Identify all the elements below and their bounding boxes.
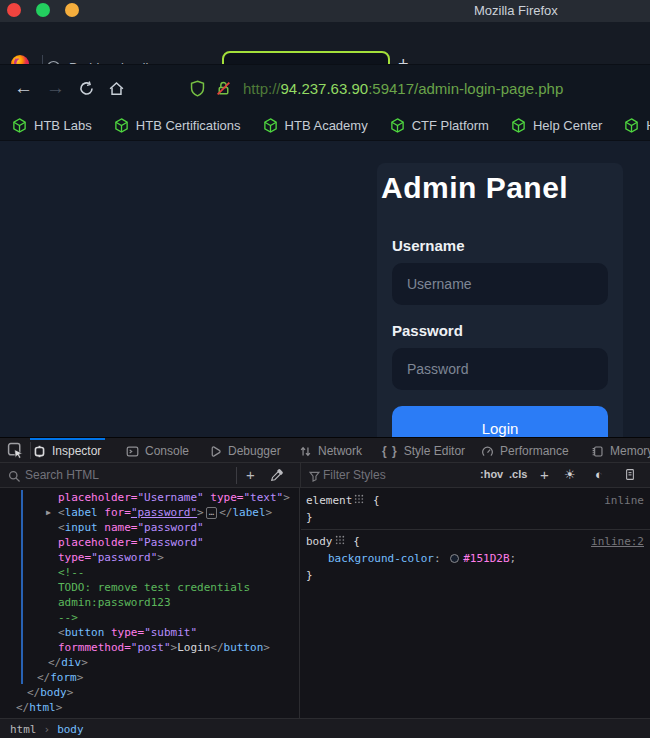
markup-line[interactable]: <!--: [0, 565, 299, 580]
devtools-tab-inspector[interactable]: Inspector: [33, 438, 101, 463]
close-window-button[interactable]: [7, 3, 21, 17]
devtools-tab-style-editor[interactable]: { }Style Editor: [382, 438, 465, 463]
network-icon: [299, 445, 312, 458]
bookmark-item[interactable]: HTB: [624, 118, 650, 133]
selector-highlighter-icon[interactable]: [354, 494, 364, 507]
inspector-markup-view: placeholder="Username" type="text">▶<lab…: [0, 488, 300, 718]
markup-line[interactable]: type="password">: [0, 550, 299, 565]
url-bar[interactable]: http://94.237.63.90:59417/admin-login-pa…: [243, 65, 563, 111]
devtools-tab-console[interactable]: Console: [126, 438, 189, 463]
code-token: </: [16, 701, 29, 714]
add-rule-button[interactable]: +: [540, 466, 549, 483]
print-simulation-icon[interactable]: [624, 468, 636, 483]
bookmark-label: HTB Academy: [285, 118, 368, 133]
markup-line[interactable]: admin:password123: [0, 595, 299, 610]
code-token: >: [56, 701, 63, 714]
breadcrumb-item-body[interactable]: body: [57, 723, 84, 736]
bookmark-item[interactable]: Help Center: [511, 118, 602, 133]
search-html-input[interactable]: Search HTML: [25, 468, 99, 482]
devtools-secondary-toolbar: Search HTML + Filter Styles :hov .cls + …: [0, 463, 650, 488]
filter-funnel-icon: [308, 469, 321, 487]
login-button[interactable]: Login: [392, 406, 608, 437]
code-token: type=: [210, 491, 243, 504]
htb-cube-icon: [12, 118, 27, 133]
devtools-tab-label: Console: [145, 444, 189, 458]
filter-styles-input[interactable]: Filter Styles: [323, 468, 386, 482]
style-editor-icon: { }: [382, 444, 398, 458]
bookmark-item[interactable]: HTB Certifications: [114, 118, 241, 133]
inspector-breadcrumb-bar: html › body: [0, 718, 650, 738]
htb-cube-icon: [390, 118, 405, 133]
code-token: button: [65, 626, 105, 639]
rule-selector-line[interactable]: body {inline:2: [301, 533, 650, 550]
markup-line[interactable]: -->: [0, 610, 299, 625]
bookmark-label: HTB Certifications: [136, 118, 241, 133]
rule-source-link[interactable]: inline: [604, 492, 644, 509]
debugger-icon: [209, 445, 222, 458]
bookmark-item[interactable]: HTB Labs: [12, 118, 92, 133]
toggle-hover-pseudoclass-button[interactable]: :hov: [480, 468, 503, 480]
devtools-tab-label: Network: [318, 444, 362, 458]
color-swatch[interactable]: [450, 554, 459, 563]
bookmark-item[interactable]: CTF Platform: [390, 118, 489, 133]
code-token: name=: [98, 521, 138, 534]
bookmark-item[interactable]: HTB Academy: [263, 118, 368, 133]
markup-line[interactable]: </form>: [0, 670, 299, 685]
markup-line[interactable]: </body>: [0, 685, 299, 700]
htb-cube-icon: [624, 118, 639, 133]
markup-line[interactable]: formmethod="post">Login</button>: [0, 640, 299, 655]
password-label: Password: [392, 322, 608, 339]
markup-line[interactable]: ▶<label for="password">…</label>: [0, 505, 299, 520]
markup-line[interactable]: placeholder="Username" type="text">: [0, 490, 299, 505]
rule-source-link[interactable]: inline:2: [591, 533, 644, 550]
toggle-classes-button[interactable]: .cls: [509, 468, 527, 480]
devtools-tab-debugger[interactable]: Debugger: [209, 438, 281, 463]
selector-highlighter-icon[interactable]: [335, 535, 345, 548]
password-input[interactable]: [392, 348, 608, 390]
markup-line[interactable]: </div>: [0, 655, 299, 670]
markup-line[interactable]: <button type="submit": [0, 625, 299, 640]
insecure-lock-icon[interactable]: [215, 65, 232, 111]
code-token: </: [210, 641, 223, 654]
markup-line[interactable]: TODO: remove test credentials: [0, 580, 299, 595]
back-button[interactable]: ←: [14, 65, 33, 111]
element-picker-icon[interactable]: [7, 442, 24, 463]
code-token: formmethod=: [58, 641, 131, 654]
reload-button[interactable]: [78, 65, 95, 111]
tracking-protection-shield-icon[interactable]: [189, 65, 206, 111]
collapsed-content-badge[interactable]: …: [206, 507, 217, 519]
code-token: "Password": [137, 536, 203, 549]
light-mode-icon[interactable]: ☀: [564, 467, 576, 482]
url-scheme: http://: [243, 80, 281, 97]
markup-line[interactable]: placeholder="Password": [0, 535, 299, 550]
breadcrumb-item-html[interactable]: html: [10, 723, 37, 736]
devtools-tab-network[interactable]: Network: [299, 438, 362, 463]
username-input[interactable]: [392, 263, 608, 305]
css-declaration[interactable]: background-color: #151D2B;: [301, 550, 650, 567]
home-button[interactable]: [108, 65, 125, 111]
code-token: button: [224, 641, 264, 654]
rule-selector-line[interactable]: element {inline: [301, 492, 650, 509]
titlebar: Mozilla Firefox: [0, 0, 650, 22]
add-node-button[interactable]: +: [246, 466, 255, 483]
devtools-tab-memory[interactable]: Memory: [591, 438, 650, 463]
search-icon: [8, 469, 21, 487]
eyedropper-icon[interactable]: [270, 468, 284, 486]
markup-line[interactable]: </html>: [0, 700, 299, 715]
code-token: >: [263, 641, 270, 654]
devtools-tab-label: Performance: [500, 444, 569, 458]
devtools-tab-label: Debugger: [228, 444, 281, 458]
devtools-tab-performance[interactable]: Performance: [481, 438, 569, 463]
minimize-window-button[interactable]: [65, 3, 79, 17]
firefox-window: Mozilla Firefox Problem loading page × 9…: [0, 0, 650, 738]
expand-arrow-icon[interactable]: ▶: [46, 505, 51, 520]
devtools-tab-bar: InspectorConsoleDebuggerNetwork{ }Style …: [0, 438, 650, 463]
bookmark-label: Help Center: [533, 118, 602, 133]
devtools-content: placeholder="Username" type="text">▶<lab…: [0, 488, 650, 718]
forward-button[interactable]: →: [46, 65, 65, 111]
markup-line[interactable]: <input name="password": [0, 520, 299, 535]
url-path: :59417/admin-login-page.php: [368, 80, 563, 97]
maximize-window-button[interactable]: [36, 3, 50, 17]
dark-mode-icon[interactable]: ◐: [595, 467, 603, 482]
rule-close-brace: }: [301, 567, 650, 584]
